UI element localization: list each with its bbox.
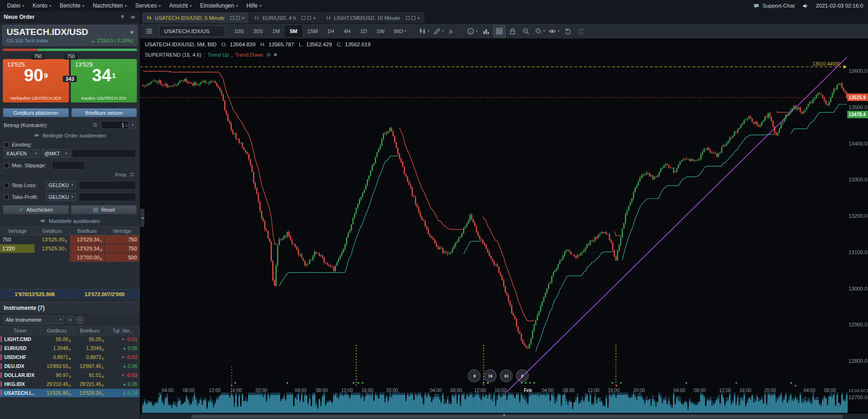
- pin-icon[interactable]: [119, 14, 126, 20]
- scrollbar-grip[interactable]: [503, 413, 505, 417]
- instrument-row-dollar-idx[interactable]: DOLLAR.IDX90.97591.014▼-0.03: [0, 371, 140, 380]
- tab-maximize-icon[interactable]: [307, 16, 311, 20]
- menu-item-services[interactable]: Services▾: [131, 0, 165, 11]
- chart-type-button[interactable]: ▾: [417, 25, 431, 37]
- grid-button[interactable]: [493, 25, 506, 37]
- entry-type-select[interactable]: @MKT: [42, 149, 70, 158]
- instrument-selector[interactable]: USATECH.IDX/USD US 100 Tech Index 3'259.…: [2, 25, 137, 46]
- instrument-row-eur-usd[interactable]: EUR/USD1.204871.20490▲0.05: [0, 344, 140, 353]
- chart-tab-light-cmd-usd-10-minute[interactable]: LIGHT.CMD/USD, 10 Minute: [321, 12, 424, 23]
- stop-loss-input[interactable]: [79, 181, 136, 189]
- info-button[interactable]: i▾: [465, 25, 479, 37]
- timeframe-1w[interactable]: 1W: [372, 26, 388, 37]
- place-bid-button[interactable]: Geldkurs platzieren: [3, 108, 69, 117]
- gear-icon[interactable]: [266, 52, 271, 58]
- chart-tab-usatech-idx-usd-5-minute[interactable]: USATECH.IDX/USD, 5 Minute: [142, 12, 249, 23]
- place-ask-button[interactable]: Briefkurs setzen: [71, 108, 137, 117]
- stop-loss-checkbox[interactable]: [4, 183, 9, 188]
- slippage-checkbox[interactable]: [4, 163, 9, 168]
- buy-button[interactable]: 13'529. 341 Kaufen USATECH.IDX: [71, 59, 137, 103]
- instrument-row-hkg-idx[interactable]: HKG.IDX29'210.45229'221.452▲0.26: [0, 380, 140, 389]
- swap-icon[interactable]: [129, 171, 135, 178]
- tab-maximize-icon[interactable]: [236, 16, 240, 20]
- chart-tab-eur-usd-4-h[interactable]: EUR/USD, 4 h: [250, 12, 320, 23]
- tab-minimize-icon[interactable]: [230, 16, 234, 20]
- take-profit-type-select[interactable]: GELDKU: [46, 193, 76, 201]
- instrument-filter-select[interactable]: Alle Instrumente: [3, 316, 64, 324]
- timeframe-4h[interactable]: 4H: [339, 26, 355, 37]
- take-profit-checkbox[interactable]: [4, 195, 9, 200]
- tab-minimize-icon[interactable]: [302, 16, 305, 20]
- entry-side-select[interactable]: KAUFEN: [4, 149, 40, 158]
- tab-maximize-icon[interactable]: [412, 16, 415, 20]
- timeframe-5m[interactable]: 5M: [285, 26, 302, 37]
- instrument-row-deu-idx[interactable]: DEU.IDX13'893.55913'897.451▲0.06: [0, 362, 140, 371]
- close-icon[interactable]: [274, 51, 278, 58]
- histogram-button[interactable]: [480, 25, 492, 37]
- spinner-icon[interactable]: [126, 123, 127, 127]
- scroll-left-button[interactable]: [468, 369, 480, 382]
- step-left-button[interactable]: [484, 369, 497, 382]
- instrument-row-usatech-i[interactable]: USATECH.I...13'525.90913'529.341▲0.24: [0, 389, 140, 398]
- chart-symbol-input[interactable]: USATECH.IDX/US: [159, 26, 225, 37]
- price-type-select[interactable]: BID▾: [390, 26, 411, 37]
- lock-button[interactable]: [506, 25, 519, 37]
- tab-close-icon[interactable]: [242, 16, 244, 20]
- timeframe-1h[interactable]: 1H: [323, 26, 338, 37]
- menu-item-datei[interactable]: Datei▾: [3, 0, 28, 11]
- draw-button[interactable]: ▾: [432, 25, 446, 37]
- menu-item-hilfe[interactable]: Hilfe▾: [242, 0, 266, 11]
- add-instrument-button[interactable]: [76, 316, 84, 324]
- tab-minimize-icon[interactable]: [406, 16, 410, 20]
- scrollbar-handle[interactable]: [191, 415, 843, 419]
- depth-row[interactable]: [0, 262, 140, 271]
- slippage-input[interactable]: [52, 161, 85, 170]
- eye-button[interactable]: ▾: [547, 25, 561, 37]
- chart-scrollbar[interactable]: [140, 413, 868, 419]
- speaker-icon[interactable]: [802, 3, 809, 9]
- reset-button[interactable]: Reset: [71, 205, 137, 214]
- step-right-button[interactable]: [500, 369, 513, 382]
- chart-canvas[interactable]: [140, 39, 868, 413]
- tab-close-icon[interactable]: [313, 16, 316, 20]
- clear-filter-button[interactable]: [67, 316, 74, 324]
- sell-button[interactable]: 13'525. 909 Verkaufen USATECH.IDX: [3, 59, 69, 103]
- undo-button[interactable]: [562, 25, 574, 37]
- market-depth-toggle[interactable]: Markttiefe ausblenden: [0, 218, 140, 224]
- depth-row[interactable]: [0, 280, 140, 289]
- zoom-out-button[interactable]: [520, 25, 532, 37]
- eye-icon[interactable]: [130, 14, 136, 20]
- menu-item-nachrichten[interactable]: Nachrichten▾: [88, 0, 131, 11]
- amount-input[interactable]: 1: [101, 121, 128, 129]
- timeframe-15m[interactable]: 15M: [303, 26, 322, 37]
- submit-button[interactable]: Abschicken: [3, 205, 69, 214]
- menu-item-berichte[interactable]: Berichte▾: [55, 0, 88, 11]
- timeframe-1d[interactable]: 1D: [356, 26, 371, 37]
- timeframe-10s[interactable]: 10S: [230, 26, 248, 37]
- timeframe-30s[interactable]: 30S: [249, 26, 267, 37]
- depth-row[interactable]: [0, 271, 140, 280]
- entry-checkbox[interactable]: [4, 142, 9, 147]
- scroll-right-button[interactable]: [516, 369, 529, 382]
- menu-item-konto[interactable]: Konto▾: [28, 0, 55, 11]
- fill-button[interactable]: ▾: [533, 25, 547, 37]
- instrument-row-light-cmd[interactable]: LIGHT.CMD55.00355.053▼-0.01: [0, 335, 140, 344]
- redo-button[interactable]: [575, 25, 587, 37]
- depth-row[interactable]: 13'700.000500: [0, 253, 140, 262]
- support-chat-button[interactable]: Support-Chat: [753, 3, 794, 9]
- entry-price-input[interactable]: [72, 149, 136, 158]
- depth-row[interactable]: 1'22013'525.90713'529.343750: [0, 244, 140, 253]
- tab-close-icon[interactable]: [417, 16, 420, 20]
- menu-item-ansicht[interactable]: Ansicht▾: [165, 0, 196, 11]
- stop-loss-type-select[interactable]: GELDKU: [46, 181, 76, 189]
- menu-item-einstellungen[interactable]: Einstellungen▾: [196, 0, 242, 11]
- chart-menu-button[interactable]: [143, 25, 155, 37]
- timeframe-1m[interactable]: 1M: [268, 26, 284, 37]
- depth-row[interactable]: 75013'525.90913'529.341750: [0, 235, 140, 244]
- take-profit-input[interactable]: [79, 193, 136, 201]
- conditional-order-toggle[interactable]: Bedingte Order ausblenden: [0, 132, 140, 138]
- panel-collapse-handle[interactable]: [140, 209, 144, 227]
- instrument-row-usd-chf[interactable]: USD/CHF0.897180.89722▼-0.02: [0, 353, 140, 362]
- fx-button[interactable]: fx: [446, 25, 458, 37]
- amount-dropdown[interactable]: [129, 121, 136, 129]
